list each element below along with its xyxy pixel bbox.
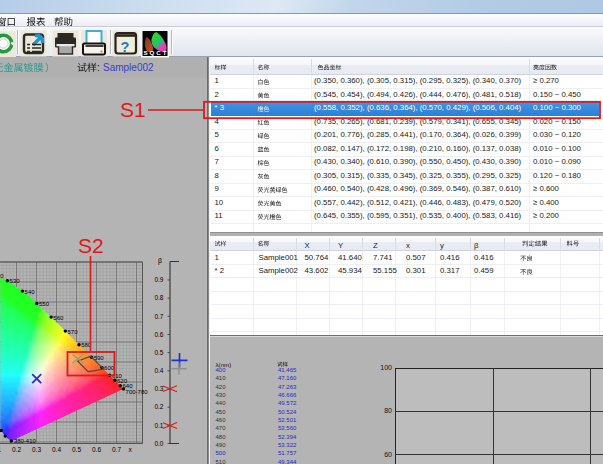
svg-text:0.6: 0.6 [154, 331, 163, 338]
svg-text:0.5: 0.5 [72, 446, 81, 453]
svg-text:0.6: 0.6 [92, 446, 101, 453]
svg-text:560: 560 [53, 315, 64, 321]
svg-text:0.2: 0.2 [12, 446, 21, 453]
svg-text:520: 520 [0, 273, 4, 279]
svg-text:0.3: 0.3 [154, 385, 163, 392]
svg-text:0.1: 0.1 [154, 422, 163, 429]
svg-text:640: 640 [123, 383, 134, 389]
svg-text:S1: S1 [120, 98, 146, 121]
svg-text:550: 550 [39, 301, 50, 307]
svg-text:0.7: 0.7 [154, 313, 163, 320]
svg-text:β: β [158, 257, 162, 265]
svg-text:0.4: 0.4 [154, 367, 163, 374]
svg-text:0.2: 0.2 [154, 403, 163, 410]
svg-text:0.3: 0.3 [32, 446, 41, 453]
svg-text:540: 540 [25, 289, 36, 295]
svg-text:530: 530 [10, 278, 21, 284]
svg-text:700-780: 700-780 [126, 389, 149, 395]
svg-text:600: 600 [104, 365, 115, 371]
svg-text:x: x [128, 446, 132, 453]
svg-text:0.0: 0.0 [154, 440, 163, 447]
svg-text:0.1: 0.1 [0, 446, 1, 453]
svg-text:0.4: 0.4 [52, 446, 61, 453]
svg-text:590: 590 [94, 355, 105, 361]
svg-text:0.9: 0.9 [154, 276, 163, 283]
svg-text:S2: S2 [78, 234, 104, 257]
svg-text:0.8: 0.8 [154, 294, 163, 301]
svg-text:?: ? [121, 39, 130, 55]
svg-text:0.5: 0.5 [154, 349, 163, 356]
svg-text:0.7: 0.7 [112, 446, 121, 453]
svg-text:380-410: 380-410 [14, 438, 37, 444]
svg-text:570: 570 [68, 329, 79, 335]
